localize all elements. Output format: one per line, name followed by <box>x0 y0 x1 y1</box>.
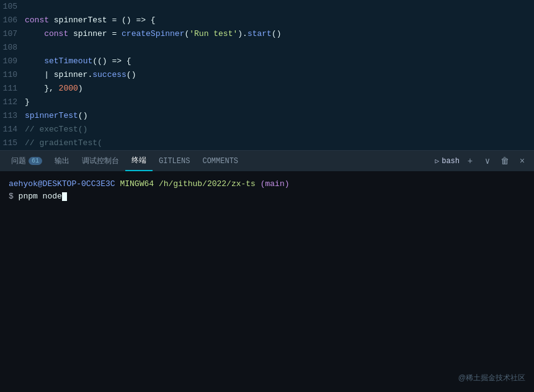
line-content: } <box>25 96 30 109</box>
line-content: spinnerTest() <box>25 109 87 123</box>
code-editor: 105106const spinnerTest = () => {107 con… <box>0 0 534 150</box>
watermark: @稀土掘金技术社区 <box>458 373 525 383</box>
line-number: 111 <box>0 82 25 96</box>
code-line: 112} <box>0 96 534 109</box>
code-line: 107 const spinner = createSpinner('Run t… <box>0 27 534 41</box>
split-terminal-button[interactable]: ∨ <box>481 154 494 168</box>
line-number: 113 <box>0 109 25 123</box>
terminal-command-line: $ pnpm node <box>9 190 525 203</box>
line-content: const spinnerTest = () => { <box>25 14 156 27</box>
terminal-command: pnpm node <box>14 190 62 203</box>
close-panel-button[interactable]: × <box>515 154 529 168</box>
line-content: // execTest() <box>25 123 87 136</box>
add-terminal-button[interactable]: + <box>463 154 477 168</box>
code-line: 108 <box>0 41 534 55</box>
tab-output[interactable]: 输出 <box>48 151 76 171</box>
line-number: 109 <box>0 55 25 68</box>
terminal-space3 <box>256 178 260 190</box>
code-line: 110 | spinner.success() <box>0 68 534 82</box>
terminal-icon: ▷ <box>435 157 440 165</box>
tab-terminal-label: 终端 <box>131 155 146 166</box>
tab-gitlens-label: GITLENS <box>159 157 190 166</box>
code-line: 109 setTimeout(() => { <box>0 55 534 68</box>
code-line: 113spinnerTest() <box>0 109 534 123</box>
terminal-space1 <box>115 178 120 190</box>
tab-problems-label: 问题 <box>11 156 26 166</box>
line-content: setTimeout(() => { <box>25 55 131 68</box>
line-number: 108 <box>0 41 25 55</box>
line-content: | spinner.success() <box>25 68 136 82</box>
terminal-at-host: @DESKTOP-0CC3E3C <box>38 178 115 190</box>
line-number: 114 <box>0 123 25 136</box>
line-number: 110 <box>0 68 25 82</box>
bash-text: bash <box>442 157 460 166</box>
line-content: const spinner = createSpinner('Run test'… <box>25 27 282 41</box>
terminal-prompt: aehyok @DESKTOP-0CC3E3C MINGW64 /h/githu… <box>9 178 525 190</box>
code-line: 106const spinnerTest = () => { <box>0 14 534 27</box>
tab-comments[interactable]: COMMENTS <box>196 151 244 171</box>
panel-tab-bar: 问题 61 输出 调试控制台 终端 GITLENS COMMENTS ▷ bas… <box>0 150 534 172</box>
code-line: 114// execTest() <box>0 123 534 136</box>
line-number: 105 <box>0 0 25 14</box>
tab-gitlens[interactable]: GITLENS <box>153 151 196 171</box>
terminal-cursor <box>62 192 67 201</box>
terminal-space2 <box>154 178 159 190</box>
tab-problems[interactable]: 问题 61 <box>5 151 48 171</box>
line-number: 115 <box>0 136 25 150</box>
terminal-branch: (main) <box>260 178 290 190</box>
tab-debug-console-label: 调试控制台 <box>82 156 119 166</box>
terminal-dollar: $ <box>9 190 14 203</box>
terminal-path: /h/github/2022/zx-ts <box>159 178 256 190</box>
code-line: 111 }, 2000) <box>0 82 534 96</box>
tab-debug-console[interactable]: 调试控制台 <box>76 151 125 171</box>
terminal-shell: MINGW64 <box>120 178 154 190</box>
line-content: }, 2000) <box>25 82 83 96</box>
line-number: 107 <box>0 27 25 41</box>
tab-output-label: 输出 <box>55 156 69 166</box>
terminal-user: aehyok <box>9 178 38 190</box>
tab-terminal[interactable]: 终端 <box>125 151 153 171</box>
code-line: 105 <box>0 0 534 14</box>
line-content: // gradientTest( <box>25 136 102 150</box>
line-number: 112 <box>0 96 25 109</box>
terminal-panel[interactable]: aehyok @DESKTOP-0CC3E3C MINGW64 /h/githu… <box>0 172 534 392</box>
problems-badge: 61 <box>29 157 42 165</box>
kill-terminal-button[interactable]: 🗑 <box>498 154 512 168</box>
line-number: 106 <box>0 14 25 27</box>
code-line: 115// gradientTest( <box>0 136 534 150</box>
tab-comments-label: COMMENTS <box>202 157 238 166</box>
toolbar-right: ▷ bash + ∨ 🗑 × <box>435 154 529 168</box>
terminal-bash-label: ▷ bash <box>435 157 460 166</box>
